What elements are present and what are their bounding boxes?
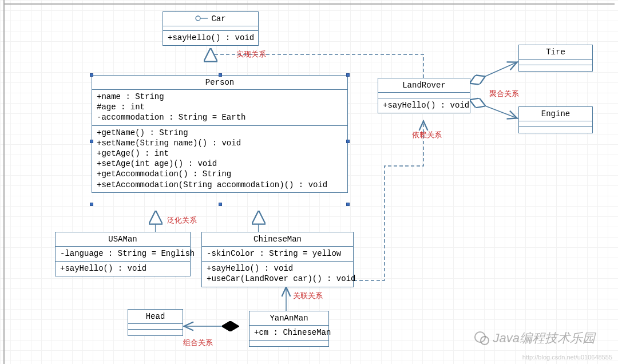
class-title: Car [163,12,258,26]
class-title: Head [128,310,183,324]
class-car[interactable]: Car +sayHello() : void [163,11,259,46]
class-yananman[interactable]: YanAnMan +cm : ChineseMan [249,311,329,347]
methods-section: +sayHello() : void +useCar(LandRover car… [202,262,353,286]
interface-icon [195,14,208,23]
attrs-section [378,93,470,98]
methods-section [519,127,592,133]
attrs-section [163,26,258,31]
class-title: LandRover [378,78,470,93]
methods-section [249,341,328,346]
class-title: USAMan [56,232,190,247]
label-composition: 组合关系 [183,338,213,348]
attrs-section [128,324,183,330]
resize-handle[interactable] [346,73,350,77]
label-dependency: 依赖关系 [412,130,442,140]
class-name: Car [211,14,225,23]
class-landrover[interactable]: LandRover +sayHello() : void [378,78,470,113]
class-title: Tire [519,45,592,60]
attrs-section [519,60,592,65]
methods-section [128,330,183,335]
wechat-icon [474,330,490,346]
class-chineseman[interactable]: ChineseMan -skinColor : String = yellow … [201,232,354,287]
label-aggregation: 聚合关系 [489,89,519,99]
class-title: Engine [519,107,592,121]
class-title: YanAnMan [249,311,328,326]
svg-point-0 [196,16,200,21]
class-usaman[interactable]: USAMan -language : String = English +say… [55,232,191,276]
resize-handle[interactable] [219,203,222,206]
class-title: Person [92,76,347,90]
attrs-section: -skinColor : String = yellow [202,247,353,262]
resize-handle[interactable] [90,203,93,206]
label-realization: 实现关系 [236,49,266,60]
methods-section: +getName() : String +setName(String name… [92,126,347,192]
attrs-section [519,121,592,127]
methods-section: +sayHello() : void [56,262,190,276]
resize-handle[interactable] [90,73,93,77]
attrs-section: +cm : ChineseMan [249,326,328,341]
methods-section: +sayHello() : void [163,31,258,45]
class-tire[interactable]: Tire [518,45,593,72]
watermark: Java编程技术乐园 [474,330,595,347]
resize-handle[interactable] [346,203,350,206]
class-engine[interactable]: Engine [518,106,593,133]
class-person[interactable]: Person +name : String #age : int -accomm… [92,75,348,193]
label-generalization: 泛化关系 [167,215,197,225]
watermark-url: http://blog.csdn.net/u010648555 [522,354,612,361]
methods-section: +sayHello() : void [378,98,470,113]
resize-handle[interactable] [219,73,222,77]
class-head[interactable]: Head [128,309,183,336]
class-title: ChineseMan [202,232,353,247]
methods-section [519,65,592,71]
label-association: 关联关系 [293,291,323,301]
attrs-section: -language : String = English [56,247,190,262]
resize-handle[interactable] [90,140,93,143]
resize-handle[interactable] [346,140,350,143]
attrs-section: +name : String #age : int -accommodation… [92,90,347,126]
